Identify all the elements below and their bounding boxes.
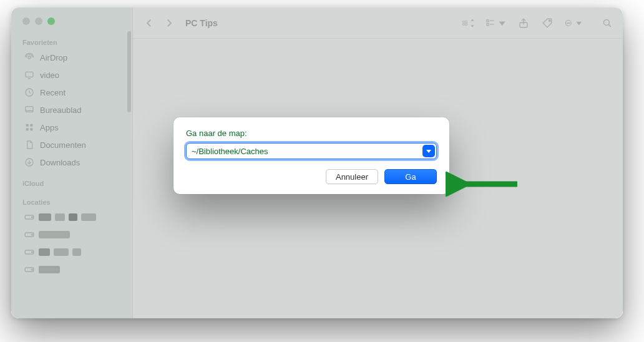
go-button[interactable]: Ga [384, 169, 437, 184]
dialog-label: Ga naar de map: [186, 129, 437, 138]
stage: Favorieten AirDrop video [0, 0, 644, 342]
cancel-button[interactable]: Annuleer [326, 169, 378, 184]
path-field-wrapper [186, 143, 437, 159]
cancel-button-label: Annuleer [336, 172, 368, 182]
go-to-folder-dialog: Ga naar de map: Annuleer Ga [173, 117, 449, 194]
dialog-actions: Annuleer Ga [186, 169, 437, 184]
folder-path-input[interactable] [186, 143, 437, 159]
go-button-label: Ga [405, 172, 416, 182]
path-history-dropdown[interactable] [422, 145, 435, 157]
